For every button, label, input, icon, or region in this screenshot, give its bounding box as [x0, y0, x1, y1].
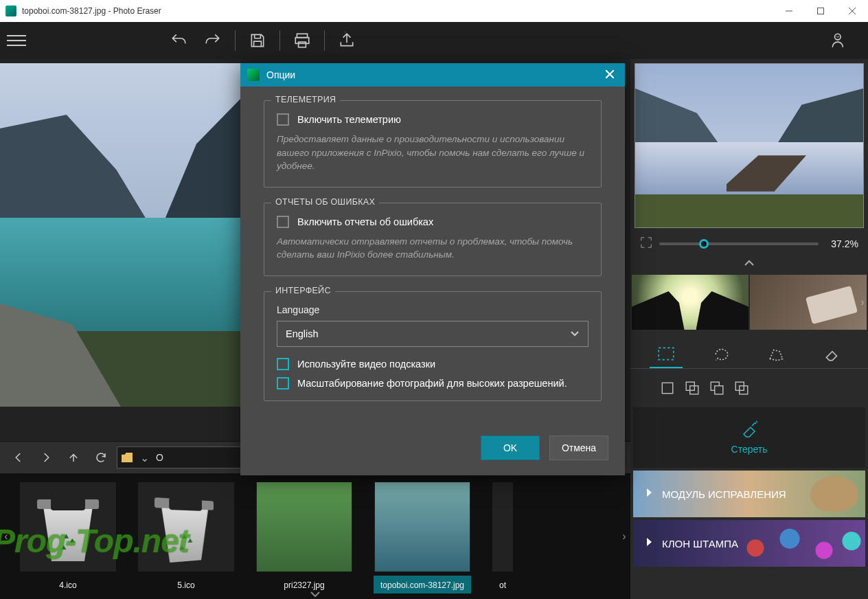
dialog-close-button[interactable] — [602, 69, 618, 81]
filmstrip-collapse-button[interactable] — [0, 589, 630, 599]
app-icon — [5, 5, 16, 16]
telemetry-description: Предоставляет данные о производительност… — [277, 133, 589, 173]
mode-add[interactable] — [683, 378, 702, 398]
svg-rect-9 — [662, 383, 672, 393]
svg-rect-5 — [295, 38, 309, 44]
expand-icon — [646, 537, 652, 550]
examples-next-button[interactable]: › — [857, 275, 868, 330]
preview-thumbnail[interactable] — [635, 63, 864, 228]
group-legend: ОТЧЕТЫ ОБ ОШИБКАХ — [271, 197, 379, 207]
thumbnail-label: pri2327.jpg — [284, 580, 324, 590]
expand-icon — [646, 488, 652, 500]
tool-eraser[interactable] — [816, 341, 849, 368]
dialog-titlebar[interactable]: Опции — [240, 63, 625, 87]
panel-collapse-button[interactable] — [630, 256, 868, 275]
telemetry-checkbox-label: Включить телеметрию — [297, 114, 401, 125]
group-legend: ИНТЕРФЕЙС — [271, 286, 335, 295]
interface-group: ИНТЕРФЕЙС Language English Используйте в… — [264, 291, 602, 401]
main-toolbar — [0, 22, 868, 59]
svg-rect-6 — [299, 42, 306, 47]
module-clone-stamp[interactable]: КЛОН ШТАМПА — [633, 520, 865, 567]
nav-forward-button[interactable] — [34, 446, 58, 469]
menu-button[interactable] — [7, 35, 26, 46]
thumbnail-label: topoboi.com-38127.jpg — [380, 580, 464, 590]
share-button[interactable] — [332, 25, 362, 56]
print-button[interactable] — [287, 25, 317, 56]
group-legend: ТЕЛЕМЕТРИЯ — [271, 95, 340, 104]
tool-polygon[interactable] — [760, 341, 793, 368]
path-text: O — [156, 452, 163, 463]
path-dropdown-icon[interactable]: ⌄ — [138, 451, 150, 464]
window-titlebar: topoboi.com-38127.jpg - Photo Eraser — [0, 0, 868, 22]
video-hints-label: Используйте видео подсказки — [297, 359, 435, 370]
error-reports-checkbox[interactable] — [277, 216, 289, 228]
thumbnail-label: 5.ico — [177, 580, 194, 590]
erase-action[interactable]: Стереть — [633, 407, 865, 468]
window-maximize-button[interactable] — [805, 0, 836, 22]
dialog-app-icon — [247, 69, 260, 81]
ok-button[interactable]: OK — [481, 436, 540, 460]
options-dialog: Опции ТЕЛЕМЕТРИЯ Включить телеметрию Пре… — [240, 63, 625, 475]
nav-back-button[interactable] — [7, 446, 30, 469]
error-reports-description: Автоматически отправляет отчеты о пробле… — [277, 235, 589, 262]
redo-button[interactable] — [198, 25, 228, 56]
nav-up-button[interactable] — [62, 446, 85, 469]
mode-new[interactable] — [658, 378, 677, 398]
nav-refresh-button[interactable] — [89, 446, 113, 469]
hires-scaling-checkbox[interactable] — [277, 377, 289, 389]
thumbnail-selected[interactable]: topoboi.com-38127.jpg — [371, 482, 474, 599]
language-value: English — [286, 328, 319, 339]
window-title: topoboi.com-38127.jpg - Photo Eraser — [22, 6, 773, 16]
fit-to-screen-button[interactable] — [640, 236, 652, 251]
mode-intersect[interactable] — [732, 378, 751, 398]
svg-rect-1 — [818, 8, 824, 14]
folder-icon — [122, 453, 133, 462]
tool-tabs — [630, 332, 868, 369]
language-label: Language — [277, 304, 589, 315]
tool-lasso[interactable] — [705, 341, 738, 368]
dialog-title: Опции — [266, 69, 595, 80]
account-button[interactable] — [824, 25, 854, 56]
save-button[interactable] — [242, 25, 273, 56]
example-preset[interactable] — [750, 275, 867, 330]
telemetry-checkbox[interactable] — [277, 113, 289, 126]
telemetry-group: ТЕЛЕМЕТРИЯ Включить телеметрию Предостав… — [264, 100, 602, 188]
module-label: КЛОН ШТАМПА — [662, 538, 738, 550]
zoom-slider[interactable] — [659, 242, 819, 245]
thumbnail[interactable]: pri2327.jpg — [253, 482, 356, 599]
language-select[interactable]: English — [277, 321, 589, 347]
error-reports-checkbox-label: Включить отчеты об ошибках — [297, 216, 433, 227]
window-minimize-button[interactable] — [773, 0, 805, 22]
video-hints-checkbox[interactable] — [277, 358, 289, 370]
chevron-down-icon — [570, 328, 580, 339]
watermark: Prog-Top.net — [0, 522, 189, 560]
example-preset[interactable] — [632, 275, 749, 330]
error-reports-group: ОТЧЕТЫ ОБ ОШИБКАХ Включить отчеты об оши… — [264, 203, 602, 276]
mode-subtract[interactable] — [707, 378, 727, 398]
tool-marquee[interactable] — [650, 341, 683, 368]
filmstrip-next-button[interactable]: › — [618, 474, 630, 599]
undo-button[interactable] — [163, 25, 194, 56]
zoom-percent: 37.2% — [825, 238, 858, 249]
thumbnail[interactable]: ot — [489, 482, 516, 599]
thumbnail-label: 4.ico — [59, 580, 76, 590]
selection-mode-row — [630, 369, 868, 407]
module-correction[interactable]: МОДУЛЬ ИСПРАВЛЕНИЯ — [633, 471, 865, 517]
erase-label: Стереть — [731, 444, 768, 455]
hires-scaling-label: Масштабирование фотографий для высоких р… — [297, 378, 567, 389]
svg-rect-8 — [659, 348, 674, 359]
svg-rect-13 — [715, 386, 723, 394]
cancel-button[interactable]: Отмена — [549, 436, 608, 460]
module-label: МОДУЛЬ ИСПРАВЛЕНИЯ — [662, 488, 786, 500]
right-panel: 37.2% › Стереть МОДУЛЬ ИСПРАВЛЕНИЯ — [630, 59, 868, 599]
window-close-button[interactable] — [836, 0, 868, 22]
example-presets-row: › — [632, 275, 867, 330]
thumbnail-label: ot — [499, 580, 506, 590]
